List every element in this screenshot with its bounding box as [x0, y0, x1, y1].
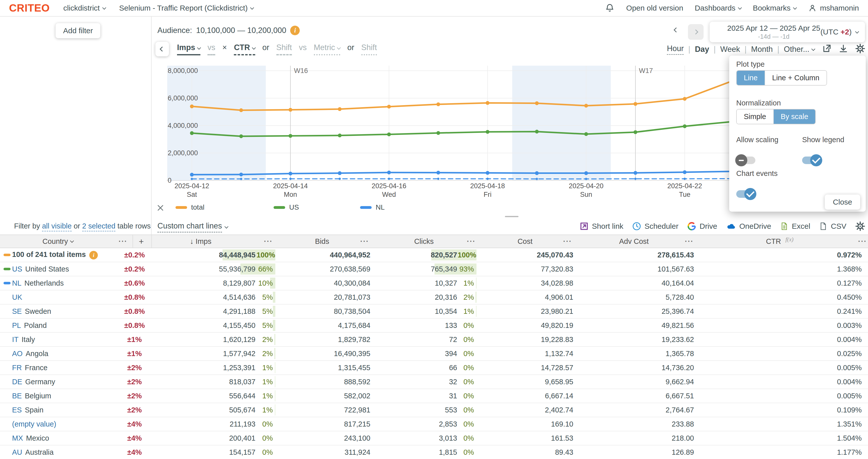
table-row[interactable]: FRFrance±2%1,253,3911%1,315,455660%14,72…: [0, 361, 868, 375]
bookmarks-menu[interactable]: Bookmarks: [753, 4, 796, 12]
table-row[interactable]: (empty value)±4%211,1930%817,2152,8530%1…: [0, 417, 868, 431]
filter-all-visible-link[interactable]: all visible: [42, 222, 72, 231]
country-code-link[interactable]: DE: [12, 378, 22, 386]
column-header-clicks[interactable]: Clicks: [414, 237, 434, 246]
column-header-cost[interactable]: Cost: [518, 237, 533, 246]
granularity-day[interactable]: Day: [695, 45, 709, 54]
report-selector[interactable]: Selenium - Traffic Report (Clickdistrict…: [119, 4, 253, 12]
granularity-month[interactable]: Month: [751, 45, 773, 54]
date-prev-button[interactable]: [674, 28, 678, 33]
normalization-option-simple[interactable]: Simple: [737, 110, 773, 124]
country-code-link[interactable]: UK: [12, 293, 22, 301]
export-onedrive-cloud[interactable]: OneDrive: [726, 221, 771, 231]
table-row[interactable]: PLPoland±0.8%4,155,4505%4,175,6841330%49…: [0, 319, 868, 333]
toggle-switch[interactable]: [736, 156, 755, 164]
metric-item-vs[interactable]: vs: [299, 43, 307, 55]
country-code-link[interactable]: US: [12, 265, 22, 273]
country-code-link[interactable]: MX: [12, 434, 23, 442]
chart-settings-gear-icon[interactable]: [855, 43, 866, 54]
export-google-drive[interactable]: Drive: [687, 222, 717, 231]
legend-item-nl[interactable]: NL: [360, 203, 385, 211]
metric-item-vs[interactable]: vs: [208, 43, 215, 55]
country-code-link[interactable]: ES: [12, 406, 22, 414]
metric-item-or[interactable]: or: [347, 43, 354, 55]
metric-item-ctr[interactable]: CTR: [234, 43, 255, 55]
user-menu[interactable]: mshamonin: [808, 3, 859, 12]
country-code-link[interactable]: SE: [12, 307, 22, 315]
export-excel-file[interactable]: Excel: [780, 222, 810, 231]
table-row[interactable]: UK±0.8%4,514,6365%20,781,07320,3162%4,90…: [0, 290, 868, 305]
export-csv-file[interactable]: CSV: [819, 222, 846, 231]
column-menu-icon[interactable]: ···: [563, 237, 572, 246]
chart-resize-handle[interactable]: [505, 216, 519, 217]
legend-item-total[interactable]: total: [176, 203, 205, 211]
toggle-switch[interactable]: [736, 190, 755, 198]
plot-type-option-line[interactable]: Line: [737, 71, 765, 85]
chart-back-button[interactable]: [155, 42, 169, 56]
column-header-advcost[interactable]: Adv Cost: [619, 237, 649, 246]
filter-selected-link[interactable]: 2 selected: [82, 222, 116, 231]
country-code-link[interactable]: BE: [12, 392, 22, 400]
table-row[interactable]: SESweden±0.8%4,291,1885%80,738,50410,354…: [0, 305, 868, 319]
column-header-country[interactable]: Country: [42, 237, 73, 246]
table-row[interactable]: ITItaly±1%1,620,1292%1,829,782720%19,228…: [0, 333, 868, 347]
column-menu-icon[interactable]: ···: [119, 237, 127, 246]
metric-item-imps[interactable]: Imps: [177, 43, 200, 55]
country-code-link[interactable]: IT: [12, 336, 19, 344]
timezone-selector[interactable]: (UTC +2): [820, 28, 859, 36]
empty-value-link[interactable]: (empty value): [12, 420, 56, 428]
normalization-option-byscale[interactable]: By scale: [773, 110, 815, 124]
column-header-bids[interactable]: Bids: [315, 237, 329, 246]
granularity-other[interactable]: Other...: [784, 45, 815, 54]
download-chart-icon[interactable]: [838, 44, 848, 54]
table-row[interactable]: AUAustralia±4%154,1570%311,9241,8150%89.…: [0, 446, 868, 459]
account-selector[interactable]: clickdistrict: [63, 4, 105, 12]
dashboards-menu[interactable]: Dashboards: [695, 4, 741, 12]
metric-item-x[interactable]: ×: [222, 43, 227, 55]
table-row[interactable]: BEBelgium±2%556,6441%582,002310%6,667.14…: [0, 389, 868, 403]
country-code-link[interactable]: AO: [12, 349, 23, 357]
metric-item-shift[interactable]: Shift: [276, 43, 292, 55]
open-old-version-link[interactable]: Open old version: [626, 4, 683, 12]
add-filter-button[interactable]: Add filter: [56, 23, 100, 38]
table-row[interactable]: DEGermany±2%818,0371%888,592320%9,658.95…: [0, 375, 868, 389]
column-menu-icon[interactable]: ···: [858, 237, 867, 246]
table-row[interactable]: 100 of 241 total itemsi±0.2%84,448,94510…: [0, 248, 868, 262]
column-menu-icon[interactable]: ···: [264, 237, 273, 246]
table-row[interactable]: USUnited States±0.2%55,936,79966%270,638…: [0, 262, 868, 276]
date-next-button[interactable]: [688, 24, 704, 40]
date-range-picker[interactable]: 2025 Apr 12 — 2025 Apr 25 -14d — -1d (UT…: [710, 22, 865, 42]
legend-close-icon[interactable]: [156, 204, 164, 212]
custom-chart-lines-toggle[interactable]: Custom chart lines: [157, 222, 228, 232]
country-code-link[interactable]: PL: [12, 321, 21, 329]
table-row[interactable]: MXMexico±4%200,4010%243,1003,0130%161.53…: [0, 431, 868, 446]
column-menu-icon[interactable]: ···: [467, 237, 476, 246]
metric-item-or[interactable]: or: [262, 43, 269, 55]
country-code-link[interactable]: AU: [12, 448, 22, 456]
metric-item-shift[interactable]: Shift: [361, 43, 377, 55]
export-short-link[interactable]: Short link: [579, 222, 623, 231]
export-scheduler-clock[interactable]: Scheduler: [632, 222, 678, 231]
granularity-hour[interactable]: Hour: [667, 44, 684, 55]
table-row[interactable]: ESSpain±2%505,6741%722,9815530%2,402.742…: [0, 403, 868, 417]
country-code-link[interactable]: NL: [12, 279, 21, 287]
column-header-imps[interactable]: ↓ Imps: [190, 237, 211, 246]
audience-info-icon[interactable]: i: [290, 26, 300, 35]
column-menu-icon[interactable]: ···: [685, 237, 694, 246]
column-menu-icon[interactable]: ···: [360, 237, 369, 246]
toggle-switch[interactable]: [802, 156, 821, 164]
notifications-button[interactable]: [605, 3, 615, 13]
info-icon[interactable]: i: [89, 251, 98, 259]
open-chart-icon[interactable]: [822, 44, 832, 54]
column-header-ctr[interactable]: CTRf(x): [766, 237, 794, 246]
plot-type-option-linecolumn[interactable]: Line + Column: [765, 71, 827, 85]
table-settings-gear-icon[interactable]: [855, 221, 866, 231]
granularity-week[interactable]: Week: [720, 45, 740, 54]
legend-item-us[interactable]: US: [274, 203, 299, 211]
settings-close-button[interactable]: Close: [825, 195, 860, 210]
metric-item-metric[interactable]: Metric: [314, 43, 340, 55]
table-row[interactable]: NLNetherlands±0.6%8,129,80710%40,300,084…: [0, 276, 868, 290]
country-code-link[interactable]: FR: [12, 364, 22, 372]
add-column-button[interactable]: +: [139, 236, 144, 246]
table-row[interactable]: AOAngola±1%1,577,9422%16,490,3953940%1,1…: [0, 347, 868, 361]
